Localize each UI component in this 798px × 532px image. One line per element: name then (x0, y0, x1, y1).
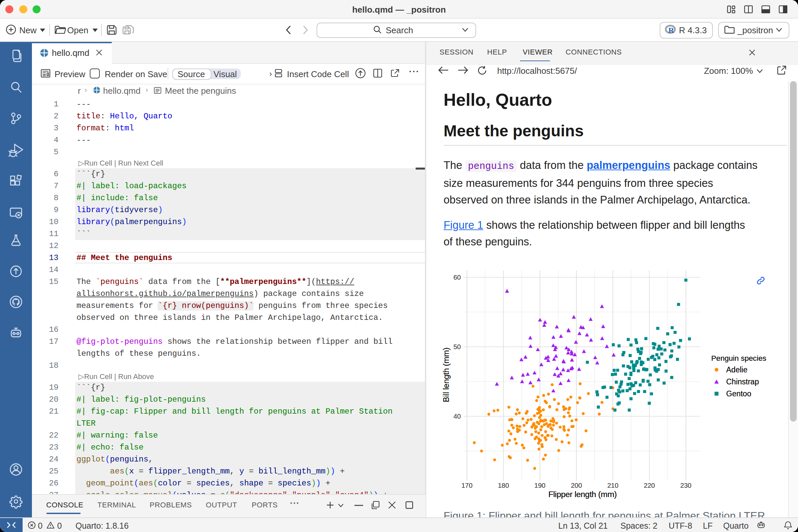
svg-text:230: 230 (680, 482, 691, 489)
svg-text:Bill length (mm): Bill length (mm) (441, 347, 451, 402)
svg-text:200: 200 (571, 482, 582, 489)
svg-text:Penguin species: Penguin species (711, 354, 766, 362)
svg-text:50: 50 (454, 343, 461, 350)
svg-text:Adelie: Adelie (726, 365, 747, 374)
svg-text:Chinstrap: Chinstrap (726, 377, 759, 386)
svg-text:Flipper length (mm): Flipper length (mm) (548, 490, 617, 499)
svg-text:R: R (668, 26, 674, 35)
svg-text:40: 40 (454, 413, 461, 420)
svg-text:60: 60 (454, 274, 461, 281)
svg-text:210: 210 (607, 482, 619, 489)
svg-text:190: 190 (534, 482, 545, 489)
svg-text:180: 180 (498, 482, 509, 489)
svg-text:170: 170 (461, 482, 473, 489)
svg-text:Gentoo: Gentoo (726, 390, 751, 398)
svg-text:220: 220 (644, 482, 655, 489)
